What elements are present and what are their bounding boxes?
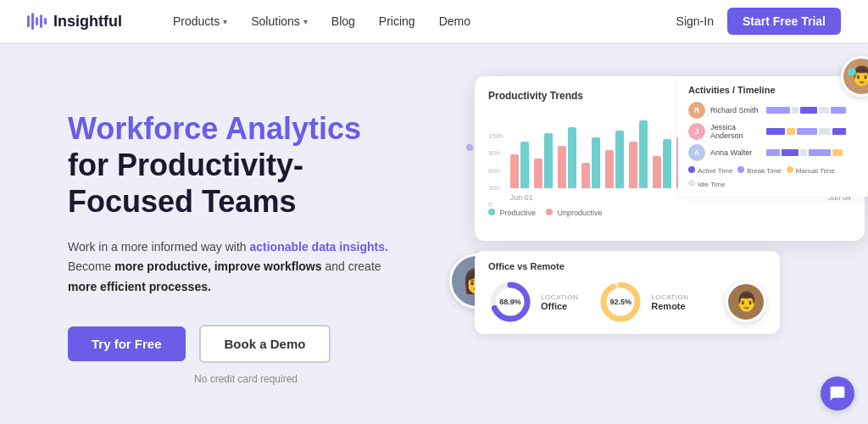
bar-group-4	[581, 137, 600, 188]
decoration-dot-purple	[466, 144, 473, 151]
office-pct-label: 68.9%	[499, 298, 521, 307]
nav-pricing[interactable]: Pricing	[369, 9, 426, 33]
nav-links: Products ▾ Solutions ▾ Blog Pricing Demo	[163, 9, 676, 33]
chat-widget[interactable]	[821, 377, 854, 410]
manual-time-dot	[787, 166, 793, 173]
bar-pink-2	[534, 159, 542, 188]
timeline-bars-1	[766, 107, 863, 114]
person-avatar-remote: 👨	[726, 282, 766, 322]
bar-group-7	[653, 139, 671, 188]
remote-donut: 92.5%	[598, 280, 643, 324]
bar-group-3	[558, 127, 576, 188]
bar-pink-6	[629, 142, 637, 188]
bar-teal-2	[544, 133, 553, 188]
chart-legend: Productive Unproductive	[488, 209, 851, 217]
timeline-bars-3	[766, 149, 863, 156]
dashboard-preview: Productivity Trends 150h 90h 60h 30h 0	[475, 76, 865, 334]
legend-unproductive: Unproductive	[546, 209, 603, 217]
active-time-dot	[688, 166, 695, 173]
chat-icon	[829, 385, 846, 402]
nav-products[interactable]: Products ▾	[163, 9, 237, 33]
bar-teal-7	[663, 139, 671, 188]
sign-in-button[interactable]: Sign-In	[676, 14, 714, 28]
nav-demo[interactable]: Demo	[429, 9, 481, 33]
bar-group-6	[629, 120, 648, 188]
logo-bar-5	[44, 18, 47, 25]
chevron-down-icon: ▾	[223, 17, 227, 26]
avatar-richard: R	[688, 102, 705, 119]
bar-teal-5	[615, 131, 624, 188]
hero-title: Workforce Analytics for Productivity-Foc…	[68, 110, 424, 220]
logo-icon	[27, 13, 47, 30]
bar-teal-4	[592, 137, 600, 188]
timeline-bars-2	[766, 128, 863, 135]
activities-legend: Active Time Break Time Manual Time Idle …	[688, 166, 863, 188]
activities-card: Activities / Timeline R Richard Smith J …	[678, 76, 868, 197]
avatar-jessica: J	[688, 123, 705, 140]
office-remote-title: Office vs Remote	[488, 261, 766, 271]
productive-dot	[488, 209, 495, 215]
break-time-dot	[737, 166, 744, 173]
start-trial-button[interactable]: Start Free Trial	[727, 8, 841, 35]
unproductive-dot	[546, 209, 553, 215]
office-item: 68.9% LOCATION Office	[488, 280, 578, 324]
bar-pink-5	[605, 150, 614, 188]
logo-bar-3	[36, 17, 38, 25]
bar-pink-3	[558, 146, 566, 188]
idle-time-dot	[688, 180, 695, 187]
bar-group-5	[605, 131, 624, 188]
bar-pink-4	[581, 163, 590, 188]
logo[interactable]: Insightful	[27, 13, 122, 31]
try-free-button[interactable]: Try for Free	[68, 326, 186, 361]
hero-buttons: Try for Free Book a Demo	[68, 325, 424, 363]
avatar-anna: A	[688, 144, 705, 161]
legend-productive: Productive	[488, 209, 536, 217]
office-text: LOCATION Office	[541, 293, 578, 311]
nav-right: Sign-In Start Free Trial	[676, 8, 841, 35]
decoration-dot-teal	[848, 68, 856, 76]
office-donut: 68.9%	[488, 280, 532, 324]
logo-bar-1	[27, 15, 30, 27]
remote-item: 92.5% LOCATION Remote	[598, 280, 688, 324]
logo-bar-4	[40, 14, 42, 28]
logo-text: Insightful	[53, 13, 122, 31]
remote-pct-label: 92.5%	[610, 298, 632, 307]
nav-solutions[interactable]: Solutions ▾	[241, 9, 318, 33]
navbar: Insightful Products ▾ Solutions ▾ Blog P…	[0, 0, 868, 42]
chevron-down-icon: ▾	[303, 17, 308, 26]
hero-section: Workforce Analytics for Productivity-Foc…	[0, 42, 868, 424]
hero-content: Workforce Analytics for Productivity-Foc…	[68, 93, 424, 385]
bar-pink-1	[510, 154, 519, 188]
hero-description: Work in a more informed way with actiona…	[68, 237, 390, 298]
bar-group-2	[534, 133, 553, 188]
bar-teal-6	[639, 120, 648, 188]
activities-title: Activities / Timeline	[688, 85, 863, 95]
y-axis-labels: 150h 90h 60h 30h 0	[488, 132, 504, 209]
office-remote-card: Office vs Remote 68.9% LOCATION Office	[475, 251, 780, 334]
bar-pink-7	[653, 156, 661, 188]
book-demo-button[interactable]: Book a Demo	[199, 325, 331, 363]
bar-group-1	[510, 142, 529, 188]
bar-teal-1	[520, 142, 529, 188]
activity-row-2: J Jessica Anderson	[688, 123, 863, 140]
office-remote-content: 68.9% LOCATION Office 92.5%	[488, 280, 766, 324]
activity-row-3: A Anna Walter	[688, 144, 863, 161]
bar-teal-3	[568, 127, 576, 188]
remote-text: LOCATION Remote	[651, 293, 688, 311]
activity-row-1: R Richard Smith	[688, 102, 863, 119]
nav-blog[interactable]: Blog	[321, 9, 365, 33]
logo-bar-2	[31, 13, 34, 30]
no-cc-text: No credit card required	[68, 373, 424, 385]
